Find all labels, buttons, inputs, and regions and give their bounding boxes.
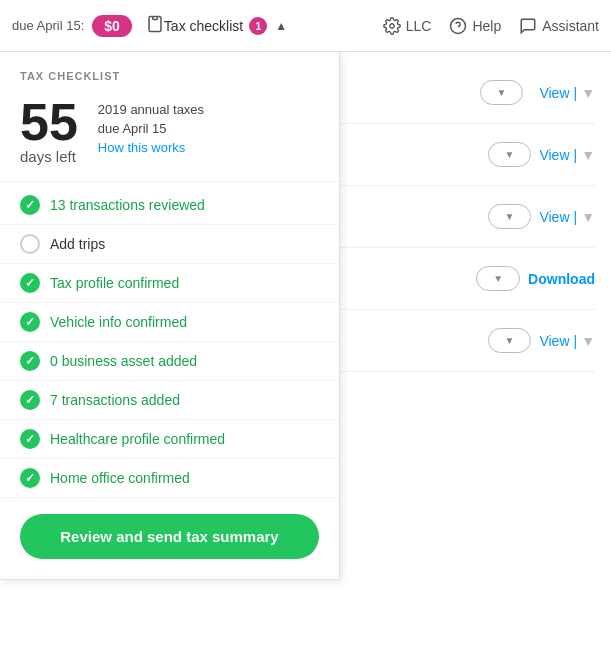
list-item: Home office confirmed: [0, 459, 339, 498]
list-item: 0 business asset added: [0, 342, 339, 381]
row2-chevron-icon: ▼: [505, 149, 515, 160]
checklist-items-list: 13 transactions reviewed Add trips Tax p…: [0, 186, 339, 498]
item-label: Home office confirmed: [50, 470, 190, 486]
navbar: due April 15: $0 Tax checklist 1 ▲ LLC: [0, 0, 611, 52]
item-label: 13 transactions reviewed: [50, 197, 205, 213]
row3-chevron-icon: ▼: [505, 211, 515, 222]
clipboard-icon: [146, 15, 164, 37]
assistant-icon: [519, 17, 537, 35]
due-label: due April 15:: [12, 18, 84, 33]
list-item: 7 transactions added: [0, 381, 339, 420]
svg-rect-0: [153, 16, 158, 19]
checked-icon: [20, 351, 40, 371]
assistant-button[interactable]: Assistant: [519, 17, 599, 35]
help-icon: [449, 17, 467, 35]
list-item[interactable]: Add trips: [0, 225, 339, 264]
row5-pill-button[interactable]: ▼: [488, 328, 532, 353]
row1-chevron-icon: ▼: [497, 87, 507, 98]
help-button[interactable]: Help: [449, 17, 501, 35]
days-left-block: 55 days left: [20, 96, 78, 165]
how-this-works-link[interactable]: How this works: [98, 140, 204, 155]
checklist-chevron-icon: ▲: [275, 19, 287, 33]
llc-label: LLC: [406, 18, 432, 34]
checked-icon: [20, 390, 40, 410]
row2-view-link[interactable]: View | ▼: [539, 147, 595, 163]
checked-icon: [20, 195, 40, 215]
llc-button[interactable]: LLC: [383, 17, 432, 35]
days-label: days left: [20, 148, 78, 165]
row2-separator: |: [574, 147, 578, 163]
navbar-actions: LLC Help Assistant: [383, 17, 599, 35]
row2-pill-button[interactable]: ▼: [488, 142, 532, 167]
help-label: Help: [472, 18, 501, 34]
row5-chevron-icon: ▼: [505, 335, 515, 346]
tax-checklist-button[interactable]: Tax checklist 1 ▲: [164, 17, 287, 35]
tax-checklist-panel: TAX CHECKLIST 55 days left 2019 annual t…: [0, 52, 340, 580]
due-info: 2019 annual taxes due April 15 How this …: [98, 96, 204, 155]
row3-separator: |: [574, 209, 578, 225]
unchecked-icon: [20, 234, 40, 254]
list-item: Vehicle info confirmed: [0, 303, 339, 342]
checked-icon: [20, 429, 40, 449]
row4-pill-button[interactable]: ▼: [476, 266, 520, 291]
item-label: Healthcare profile confirmed: [50, 431, 225, 447]
row4-download-link[interactable]: Download: [528, 271, 595, 287]
row5-view-link[interactable]: View | ▼: [539, 333, 595, 349]
row1-view-chevron-icon: |: [574, 85, 578, 101]
checklist-count-badge: 1: [249, 17, 267, 35]
due-line1: 2019 annual taxes: [98, 102, 204, 117]
assistant-label: Assistant: [542, 18, 599, 34]
row1-view-link[interactable]: View | ▼: [539, 85, 595, 101]
cta-wrapper: Review and send tax summary: [0, 498, 339, 559]
item-label: 7 transactions added: [50, 392, 180, 408]
item-label: Vehicle info confirmed: [50, 314, 187, 330]
row1-pill-button[interactable]: ▼: [480, 80, 524, 105]
list-item: 13 transactions reviewed: [0, 186, 339, 225]
days-number: 55: [20, 96, 78, 148]
list-item: Healthcare profile confirmed: [0, 420, 339, 459]
row4-chevron-icon: ▼: [493, 273, 503, 284]
item-label: 0 business asset added: [50, 353, 197, 369]
due-line2: due April 15: [98, 121, 204, 136]
row3-pill-button[interactable]: ▼: [488, 204, 532, 229]
list-item: Tax profile confirmed: [0, 264, 339, 303]
item-label: Add trips: [50, 236, 105, 252]
checked-icon: [20, 468, 40, 488]
checklist-label: Tax checklist: [164, 18, 243, 34]
checked-icon: [20, 312, 40, 332]
amount-badge[interactable]: $0: [92, 15, 132, 37]
checklist-header: 55 days left 2019 annual taxes due April…: [0, 96, 339, 182]
item-label: Tax profile confirmed: [50, 275, 179, 291]
review-send-button[interactable]: Review and send tax summary: [20, 514, 319, 559]
checked-icon: [20, 273, 40, 293]
row5-separator: |: [574, 333, 578, 349]
row3-view-link[interactable]: View | ▼: [539, 209, 595, 225]
main-content: ▼ View | ▼ ▼ View | ▼ ▼ View: [0, 52, 611, 663]
svg-point-1: [389, 23, 394, 28]
gear-icon: [383, 17, 401, 35]
